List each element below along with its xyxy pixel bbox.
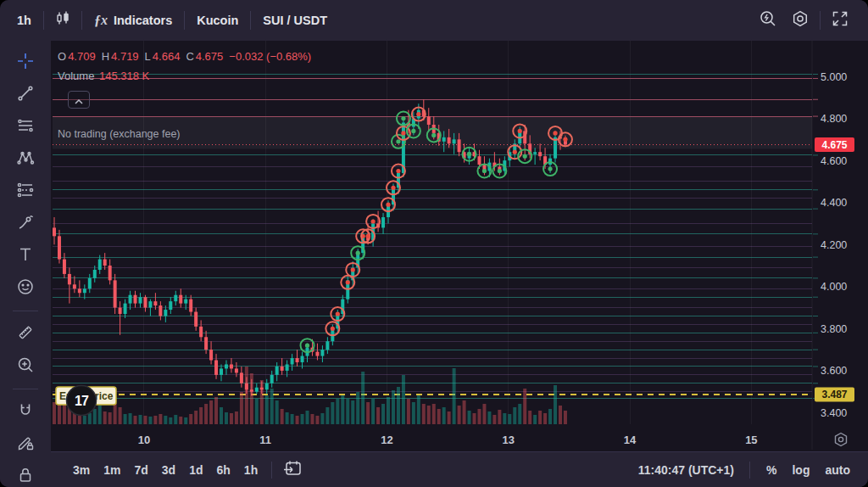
candle-body: [315, 352, 319, 356]
svg-text:17: 17: [75, 394, 89, 408]
volume-bar: [528, 411, 531, 424]
candle-body: [453, 139, 456, 143]
price-tick-label: 3.800: [821, 323, 847, 335]
exchange-button[interactable]: Kucoin: [188, 8, 247, 32]
range-3d-button[interactable]: 3d: [155, 460, 182, 480]
log-scale-button[interactable]: log: [786, 460, 815, 480]
magnet-mode-button[interactable]: [14, 402, 36, 422]
chart-settings-button[interactable]: [784, 5, 816, 36]
go-to-date-button[interactable]: [279, 457, 306, 482]
range-3m-button[interactable]: 3m: [66, 460, 97, 480]
candle-body: [179, 295, 182, 304]
tradingview-logo: 17: [67, 386, 97, 416]
measure-tool[interactable]: [14, 324, 36, 344]
price-tick-label: 3.600: [821, 365, 847, 377]
entry-price-axis-label: 3.487: [815, 387, 854, 401]
candle-body: [225, 364, 228, 368]
forecast-tool[interactable]: [14, 182, 36, 201]
close-value: 4.675: [196, 50, 224, 63]
volume-bar: [548, 409, 552, 424]
brush-tool[interactable]: [14, 214, 36, 233]
price-tick-label: 4.800: [821, 113, 847, 125]
close-label: C: [186, 50, 193, 63]
volume-bar: [98, 406, 102, 424]
chart-type-candles-button[interactable]: [47, 6, 78, 35]
volume-bar: [230, 413, 233, 424]
volume-bar: [427, 406, 431, 424]
emoji-tool[interactable]: [14, 278, 36, 298]
pane-settings-button[interactable]: [836, 434, 847, 446]
volume-bar: [538, 411, 542, 424]
volume-legend[interactable]: Volume 145.318 K: [58, 70, 317, 82]
range-6h-button[interactable]: 6h: [210, 460, 237, 480]
volume-bar: [240, 392, 243, 424]
candle-body: [184, 299, 187, 304]
legend-collapse-button[interactable]: [68, 91, 90, 109]
symbol-button[interactable]: SUI / USDT: [254, 8, 336, 32]
toolbar-divider: [250, 11, 251, 30]
volume-bar: [453, 368, 456, 424]
volume-bar: [209, 400, 213, 424]
xabcd-pattern-tool[interactable]: [14, 149, 36, 169]
candle-body: [78, 288, 81, 293]
toolbar-divider: [13, 311, 38, 311]
fullscreen-button[interactable]: [824, 5, 856, 36]
trend-line-tool[interactable]: [14, 85, 36, 104]
candle-body: [114, 280, 117, 307]
volume-bar: [134, 416, 137, 424]
candle-body: [245, 383, 248, 389]
percent-scale-button[interactable]: %: [760, 460, 782, 480]
trend-line-icon: [16, 84, 35, 106]
candle-body: [124, 304, 127, 314]
toolbar-divider: [184, 11, 185, 30]
settings-gear-icon: [791, 9, 810, 31]
volume-bar: [235, 411, 238, 424]
candle-body: [174, 295, 177, 301]
clock-timezone-button[interactable]: 11:40:47 (UTC+1): [633, 460, 739, 480]
crosshair-tool[interactable]: [14, 53, 36, 72]
open-value: 4.709: [68, 50, 96, 63]
toolbar-divider: [749, 462, 750, 479]
candle-body: [220, 368, 223, 374]
zoom-in-icon: [16, 355, 35, 378]
range-1d-button[interactable]: 1d: [182, 460, 209, 480]
lock-all-drawings-button[interactable]: [14, 467, 36, 486]
volume-bar: [199, 407, 203, 424]
quick-search-button[interactable]: [752, 5, 784, 36]
volume-bar: [153, 416, 157, 424]
volume-bar: [402, 375, 405, 424]
candle-body: [138, 297, 142, 303]
volume-bar: [53, 402, 56, 424]
volume-bar: [498, 410, 501, 424]
volume-bar: [214, 397, 218, 424]
volume-bar: [310, 414, 314, 424]
volume-bar: [543, 413, 547, 424]
candle-body: [53, 227, 56, 236]
candle-body: [458, 139, 461, 152]
low-label: L: [145, 50, 151, 63]
fib-retracement-tool[interactable]: [14, 117, 36, 137]
candle-body: [63, 260, 66, 274]
candle-body: [250, 389, 253, 391]
volume-bar: [513, 407, 516, 424]
zoom-in-tool[interactable]: [14, 356, 36, 376]
ohlc-legend[interactable]: O4.709H4.719L4.664C4.675−0.032 (−0.68%) …: [58, 50, 317, 82]
volume-bar: [326, 407, 329, 424]
drawing-mode-button[interactable]: [14, 434, 36, 454]
range-1m-button[interactable]: 1m: [97, 460, 127, 480]
text-tool[interactable]: [14, 246, 36, 266]
volume-bar: [184, 417, 187, 424]
volume-bar: [392, 390, 395, 424]
volume-bar: [554, 385, 557, 424]
auto-scale-button[interactable]: auto: [819, 460, 856, 480]
indicators-button[interactable]: ƒx Indicators: [86, 8, 181, 33]
range-1h-button[interactable]: 1h: [237, 460, 264, 480]
price-chart-canvas[interactable]: 1011121314155.0004.8004.6004.4004.2004.0…: [51, 41, 868, 451]
volume-bar: [523, 389, 526, 424]
volume-bar: [124, 414, 127, 424]
range-7d-button[interactable]: 7d: [127, 460, 154, 480]
interval-button[interactable]: 1h: [8, 8, 40, 32]
volume-bar: [164, 416, 167, 424]
volume-bar: [371, 399, 375, 424]
candle-body: [103, 260, 107, 266]
